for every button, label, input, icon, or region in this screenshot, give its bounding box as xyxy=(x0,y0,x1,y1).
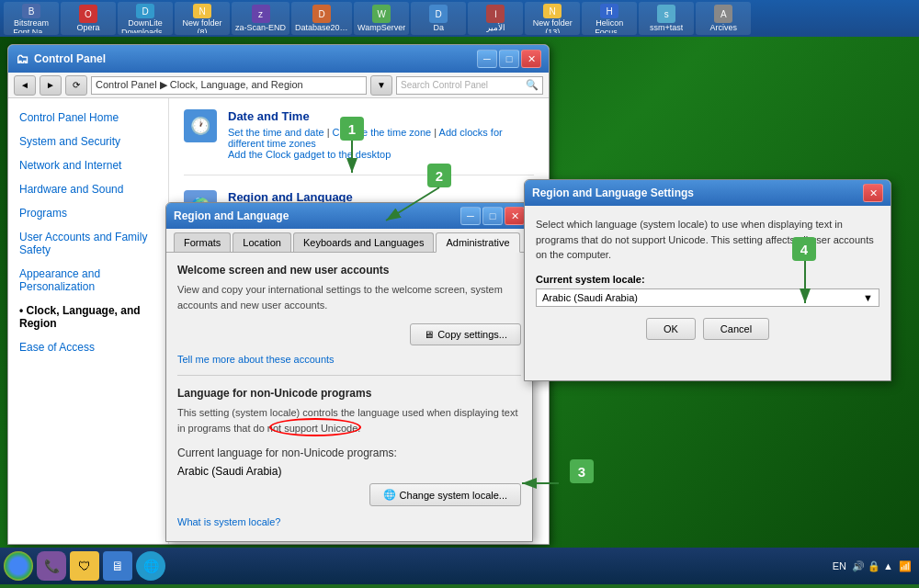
sidebar-item-appearance[interactable]: Appearance and Personalization xyxy=(8,262,168,299)
cp-title-icon: 🗂 xyxy=(16,51,28,66)
non-unicode-title: Language for non-Unicode programs xyxy=(177,387,521,400)
tab-formats[interactable]: Formats xyxy=(174,232,231,252)
rl-close[interactable]: ✕ xyxy=(505,207,525,225)
rls-dialog: Region and Language Settings ✕ Select wh… xyxy=(524,179,891,381)
cp-sidebar: Control Panel Home System and Security N… xyxy=(8,98,169,544)
forward-button[interactable]: ► xyxy=(40,75,62,96)
network-tray-icon: 📶 xyxy=(899,560,912,572)
monitor-taskbar-icon[interactable]: 🖥 xyxy=(103,551,132,581)
taskbar-app-6[interactable]: W WampServer xyxy=(354,2,409,35)
rl-controls: ─ □ ✕ xyxy=(460,207,525,225)
welcome-text: View and copy your international setting… xyxy=(177,282,521,312)
close-button[interactable]: ✕ xyxy=(521,50,541,68)
locale-icon: 🌐 xyxy=(383,489,396,501)
rls-content: Select which language (system locale) to… xyxy=(525,206,891,351)
set-time-link[interactable]: Set the time and date xyxy=(228,127,324,138)
rls-text: Select which language (system locale) to… xyxy=(536,217,879,263)
sidebar-item-cp-home[interactable]: Control Panel Home xyxy=(8,106,168,130)
taskbar-app-0[interactable]: B BitstreamFont Na... xyxy=(4,2,59,35)
tab-location[interactable]: Location xyxy=(233,232,291,252)
tray-icons: 🔊 🔒 ▲ xyxy=(852,560,893,572)
change-locale-label: Change system locale... xyxy=(400,490,507,501)
date-time-title: Date and Time xyxy=(228,109,534,123)
taskbar-top: B BitstreamFont Na... O Opera D DownLite… xyxy=(0,0,919,37)
shield-taskbar-icon[interactable]: 🛡 xyxy=(70,551,99,581)
step-badge-2: 2 xyxy=(427,164,451,187)
rls-locale-label: Current system locale: xyxy=(536,274,879,285)
rls-titlebar: Region and Language Settings ✕ xyxy=(525,180,891,206)
copy-settings-button[interactable]: 🖥 Copy settings... xyxy=(410,323,521,345)
address-field[interactable]: Control Panel ▶ Clock, Language, and Reg… xyxy=(91,76,367,95)
taskbar-app-2[interactable]: D DownLiteDownloads... xyxy=(118,2,173,35)
rl-maximize[interactable]: □ xyxy=(482,207,503,225)
window-controls: ─ □ ✕ xyxy=(477,50,541,68)
tab-administrative[interactable]: Administrative xyxy=(436,232,519,253)
rls-close-button[interactable]: ✕ xyxy=(863,184,883,202)
rl-titlebar: Region and Language ─ □ ✕ xyxy=(166,203,532,229)
sidebar-item-ease[interactable]: Ease of Access xyxy=(8,335,168,359)
rl-content: Welcome screen and new user accounts Vie… xyxy=(166,253,532,539)
dropdown-arrow-icon: ▼ xyxy=(863,292,873,303)
system-tray: EN 🔊 🔒 ▲ 📶 xyxy=(833,560,915,572)
step-badge-4: 4 xyxy=(792,237,816,261)
taskbar-app-11[interactable]: s ssm+tast xyxy=(639,2,694,35)
refresh-button[interactable]: ⟳ xyxy=(65,75,87,96)
rls-locale-select[interactable]: Arabic (Saudi Arabia) ▼ xyxy=(536,288,879,307)
non-unicode-section: Language for non-Unicode programs This s… xyxy=(177,387,521,528)
date-time-links: Set the time and date | Change the time … xyxy=(228,127,534,149)
sidebar-item-hardware[interactable]: Hardware and Sound xyxy=(8,177,168,201)
rls-title-text: Region and Language Settings xyxy=(532,187,694,199)
taskbar-app-5[interactable]: D Database2010 xyxy=(291,2,352,35)
taskbar-app-7[interactable]: D Da xyxy=(411,2,466,35)
sidebar-item-clock[interactable]: Clock, Language, and Region xyxy=(8,299,168,335)
dropdown-button[interactable]: ▼ xyxy=(370,75,392,96)
rls-controls: ✕ xyxy=(863,184,883,202)
taskbar-app-8[interactable]: ا الأمير xyxy=(468,2,523,35)
back-button[interactable]: ◄ xyxy=(14,75,36,96)
cp-titlebar: 🗂 Control Panel ─ □ ✕ xyxy=(8,45,549,73)
sidebar-item-network[interactable]: Network and Internet xyxy=(8,153,168,177)
rls-locale-value: Arabic (Saudi Arabia) xyxy=(542,292,638,303)
taskbar-app-4[interactable]: z za-Scan-END xyxy=(232,2,289,35)
minimize-button[interactable]: ─ xyxy=(477,50,497,68)
taskbar-app-3[interactable]: N New folder(8) xyxy=(175,2,230,35)
cp-title: 🗂 Control Panel xyxy=(16,51,106,66)
welcome-title: Welcome screen and new user accounts xyxy=(177,264,521,277)
address-text: Control Panel ▶ Clock, Language, and Reg… xyxy=(96,79,303,91)
rl-title: Region and Language xyxy=(174,209,289,222)
viber-taskbar-icon[interactable]: 📞 xyxy=(37,551,66,581)
search-field[interactable]: Search Control Panel 🔍 xyxy=(396,76,543,95)
date-time-icon: 🕐 xyxy=(184,109,217,142)
cancel-button[interactable]: Cancel xyxy=(703,318,769,340)
copy-label: Copy settings... xyxy=(437,329,507,340)
current-lang-value: Arabic (Saudi Arabia) xyxy=(177,465,521,478)
more-accounts-link[interactable]: Tell me more about these accounts xyxy=(177,354,335,365)
taskbar-app-10[interactable]: H HeliconFocus... xyxy=(582,2,637,35)
sidebar-item-user-accounts[interactable]: User Accounts and Family Safety xyxy=(8,225,168,262)
copy-icon: 🖥 xyxy=(424,329,434,340)
taskbar-app-1[interactable]: O Opera xyxy=(61,2,116,35)
add-clock-gadget-link[interactable]: Add the Clock gadget to the desktop xyxy=(228,149,391,160)
rl-tab-bar: Formats Location Keyboards and Languages… xyxy=(166,229,532,253)
taskbar-app-12[interactable]: A Arcives xyxy=(696,2,751,35)
sidebar-item-programs[interactable]: Programs xyxy=(8,201,168,225)
ok-button[interactable]: OK xyxy=(646,318,696,340)
sidebar-item-system[interactable]: System and Security xyxy=(8,130,168,153)
step-badge-1: 1 xyxy=(340,117,364,141)
change-locale-button[interactable]: 🌐 Change system locale... xyxy=(369,483,521,506)
step-badge-3: 3 xyxy=(570,459,594,483)
current-lang-label: Current language for non-Unicode program… xyxy=(177,447,521,459)
system-locale-link[interactable]: What is system locale? xyxy=(177,516,280,527)
tab-keyboards[interactable]: Keyboards and Languages xyxy=(293,232,435,252)
welcome-section: Welcome screen and new user accounts Vie… xyxy=(177,264,521,376)
search-placeholder: Search Control Panel xyxy=(401,80,488,90)
desktop: 🗂 Control Panel ─ □ ✕ ◄ ► ⟳ Control Pane… xyxy=(0,37,919,548)
chrome-taskbar-icon[interactable] xyxy=(4,551,33,581)
search-icon: 🔍 xyxy=(526,79,539,91)
network-taskbar-icon[interactable]: 🌐 xyxy=(136,551,165,581)
rl-dialog: Region and Language ─ □ ✕ Formats Locati… xyxy=(165,202,533,542)
taskbar-bottom: 📞 🛡 🖥 🌐 EN 🔊 🔒 ▲ 📶 xyxy=(0,548,919,584)
rl-minimize[interactable]: ─ xyxy=(460,207,481,225)
taskbar-app-9[interactable]: N New folder(13) xyxy=(525,2,580,35)
maximize-button[interactable]: □ xyxy=(499,50,519,68)
